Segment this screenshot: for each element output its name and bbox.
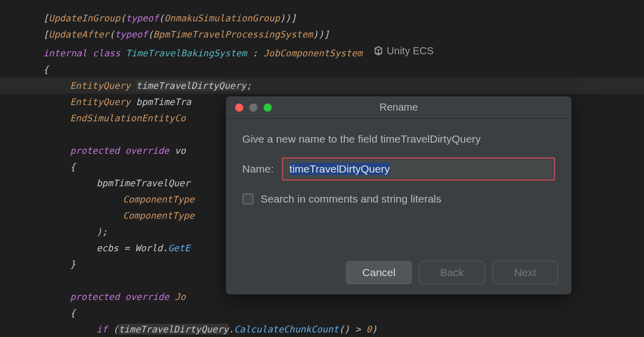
- dialog-titlebar: Rename: [226, 96, 571, 119]
- name-input-wrapper: [282, 157, 555, 181]
- dialog-prompt: Give a new name to the field timeTravelD…: [242, 133, 555, 145]
- unity-icon: [373, 45, 384, 56]
- code-line: [UpdateAfter(typeof(BpmTimeTravelProcess…: [0, 26, 644, 43]
- name-label: Name:: [242, 163, 274, 175]
- code-line: if (timeTravelDirtyQuery.CalculateChunkC…: [0, 321, 644, 337]
- cancel-button[interactable]: Cancel: [346, 261, 412, 284]
- code-line: internal class TimeTravelBakingSystem : …: [0, 43, 644, 61]
- rename-dialog: Rename Give a new name to the field time…: [226, 96, 571, 294]
- unity-ecs-hint: Unity ECS: [373, 43, 434, 59]
- dialog-title: Rename: [226, 102, 571, 113]
- code-line: {: [0, 305, 644, 321]
- search-comments-checkbox[interactable]: [242, 193, 253, 205]
- rename-input[interactable]: [284, 160, 553, 178]
- back-button[interactable]: Back: [419, 261, 485, 284]
- code-line-highlighted: EntityQuery timeTravelDirtyQuery;: [0, 78, 644, 94]
- code-line: [UpdateInGroup(typeof(OnmakuSimulationGr…: [0, 10, 644, 26]
- code-line: {: [0, 61, 644, 78]
- next-button[interactable]: Next: [492, 261, 558, 284]
- search-comments-label: Search in comments and string literals: [261, 193, 441, 205]
